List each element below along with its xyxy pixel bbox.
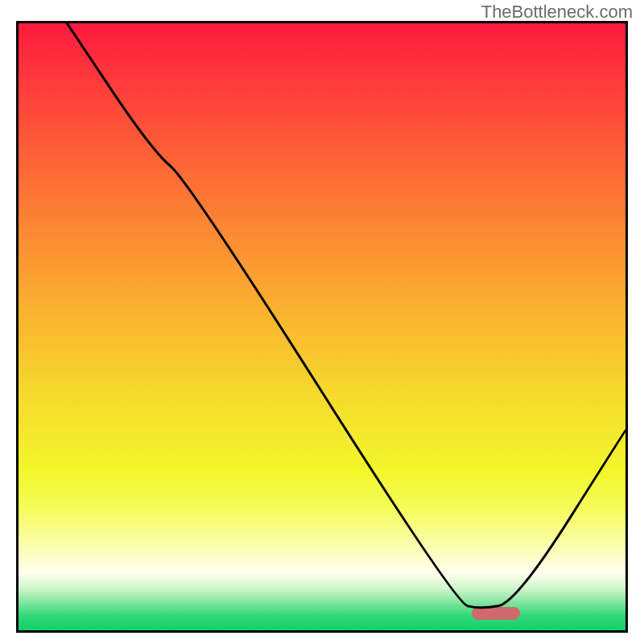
watermark-text: TheBottleneck.com bbox=[481, 2, 633, 23]
bottleneck-curve bbox=[19, 23, 625, 630]
chart-frame bbox=[16, 21, 628, 633]
